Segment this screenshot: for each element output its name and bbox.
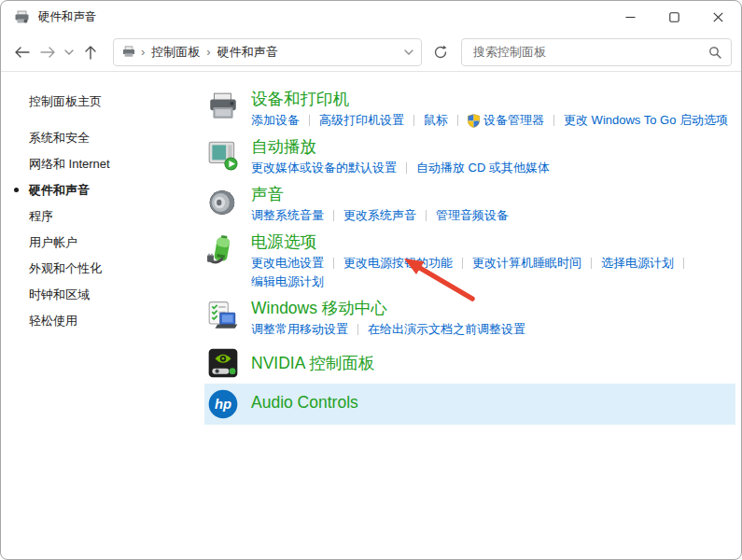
section-autoplay: 自动播放 更改媒体或设备的默认设置 自动播放 CD 或其他媒体 [206, 137, 735, 176]
link-change-system-sounds[interactable]: 更改系统声音 [343, 207, 416, 224]
breadcrumb-hardware-sound[interactable]: 硬件和声音 [214, 42, 282, 63]
power-options-title[interactable]: 电源选项 [251, 232, 693, 252]
minimize-icon [625, 12, 636, 22]
recent-pages-dropdown[interactable] [61, 39, 77, 65]
section-nvidia-control-panel: NVIDIA 控制面板 [206, 346, 735, 380]
nvidia-icon [206, 346, 240, 380]
link-adjust-volume[interactable]: 调整系统音量 [251, 207, 324, 224]
address-dropdown-chevron-icon[interactable] [404, 49, 413, 55]
breadcrumb-separator: › [138, 45, 147, 59]
navigation-bar: › 控制面板 › 硬件和声音 [1, 33, 741, 72]
link-windows-to-go[interactable]: 更改 Windows To Go 启动选项 [564, 112, 728, 129]
link-advanced-printer-settings[interactable]: 高级打印机设置 [319, 112, 404, 129]
link-change-power-button-function[interactable]: 更改电源按钮的功能 [343, 255, 453, 272]
autoplay-icon [206, 138, 240, 172]
hp-logo-icon: hp [206, 387, 240, 421]
link-edit-power-plan[interactable]: 编辑电源计划 [251, 273, 324, 290]
speaker-icon [206, 186, 240, 219]
section-devices-printers: 设备和打印机 添加设备 高级打印机设置 鼠标 [206, 90, 735, 129]
autoplay-title[interactable]: 自动播放 [251, 137, 550, 157]
window-controls [609, 1, 740, 33]
link-manage-audio-devices[interactable]: 管理音频设备 [436, 207, 509, 224]
close-icon [713, 12, 723, 22]
refresh-button[interactable] [427, 39, 454, 65]
sidebar-item-network-internet[interactable]: 网络和 Internet [1, 151, 204, 177]
link-divider [426, 210, 427, 221]
up-arrow-icon [84, 45, 97, 60]
link-add-device[interactable]: 添加设备 [251, 112, 300, 129]
section-power-options: 电源选项 更改电池设置 更改电源按钮的功能 更改计算机睡眠时间 选择电源计划 编… [206, 232, 735, 290]
up-button[interactable] [77, 39, 104, 65]
close-button[interactable] [696, 1, 740, 33]
sidebar-item-system-security[interactable]: 系统和安全 [1, 125, 204, 151]
section-hp-audio-controls[interactable]: hp Audio Controls [204, 384, 735, 425]
titlebar: 硬件和声音 [1, 1, 741, 33]
sidebar-item-ease-of-access[interactable]: 轻松使用 [1, 308, 204, 334]
link-device-manager[interactable]: 设备管理器 [468, 112, 544, 129]
mobility-center-icon [206, 300, 240, 333]
devices-printers-title[interactable]: 设备和打印机 [251, 90, 728, 109]
chevron-down-icon [64, 49, 74, 55]
forward-arrow-icon [40, 46, 56, 59]
nvidia-control-panel-title[interactable]: NVIDIA 控制面板 [251, 354, 374, 373]
link-presentation-settings[interactable]: 在给出演示文档之前调整设置 [368, 321, 525, 338]
content-area: 控制面板主页 系统和安全 网络和 Internet 硬件和声音 程序 用户帐户 … [1, 72, 741, 560]
search-box[interactable] [461, 38, 732, 66]
breadcrumb-control-panel[interactable]: 控制面板 [147, 42, 203, 63]
link-divider [406, 162, 407, 174]
minimize-button[interactable] [609, 1, 652, 33]
maximize-icon [669, 12, 679, 22]
hardware-sound-app-icon [14, 10, 30, 24]
sound-title[interactable]: 声音 [251, 185, 509, 204]
refresh-icon [433, 45, 448, 60]
sidebar: 控制面板主页 系统和安全 网络和 Internet 硬件和声音 程序 用户帐户 … [1, 72, 204, 560]
link-change-media-defaults[interactable]: 更改媒体或设备的默认设置 [251, 160, 397, 176]
printer-icon [206, 91, 240, 124]
back-button[interactable] [8, 39, 35, 65]
sidebar-item-clock-region[interactable]: 时钟和区域 [1, 282, 204, 308]
breadcrumb-location-icon [121, 46, 136, 58]
search-icon[interactable] [708, 46, 721, 59]
mobility-center-title[interactable]: Windows 移动中心 [251, 299, 525, 318]
link-divider [333, 258, 334, 269]
link-mouse[interactable]: 鼠标 [424, 112, 448, 129]
hp-audio-controls-title[interactable]: Audio Controls [251, 393, 358, 413]
link-divider [457, 115, 458, 126]
back-arrow-icon [14, 46, 30, 59]
link-divider [591, 258, 592, 269]
window-title: 硬件和声音 [38, 9, 97, 25]
link-autoplay-cd[interactable]: 自动播放 CD 或其他媒体 [416, 160, 550, 176]
battery-power-icon [206, 233, 240, 267]
control-panel-window: 硬件和声音 [0, 0, 742, 560]
sidebar-item-hardware-sound[interactable]: 硬件和声音 [1, 177, 204, 203]
breadcrumb-separator: › [203, 45, 213, 59]
link-divider [553, 115, 554, 126]
link-divider [462, 258, 463, 269]
link-change-sleep-time[interactable]: 更改计算机睡眠时间 [472, 255, 581, 272]
link-adjust-mobility-settings[interactable]: 调整常用移动设置 [251, 321, 348, 338]
maximize-button[interactable] [652, 1, 696, 33]
search-input[interactable] [471, 44, 708, 60]
link-divider [357, 324, 358, 335]
uac-shield-icon [468, 114, 480, 128]
svg-text:hp: hp [215, 397, 231, 412]
link-device-manager-label: 设备管理器 [483, 112, 544, 129]
link-divider [413, 115, 414, 126]
link-divider [309, 115, 310, 126]
link-divider [333, 210, 334, 221]
main-panel: 设备和打印机 添加设备 高级打印机设置 鼠标 [204, 72, 741, 560]
sidebar-item-user-accounts[interactable]: 用户帐户 [1, 230, 204, 256]
section-sound: 声音 调整系统音量 更改系统声音 管理音频设备 [206, 185, 735, 224]
link-divider [683, 258, 684, 269]
address-bar[interactable]: › 控制面板 › 硬件和声音 [113, 38, 422, 66]
sidebar-item-programs[interactable]: 程序 [1, 203, 204, 230]
forward-button[interactable] [35, 39, 61, 65]
link-choose-power-plan[interactable]: 选择电源计划 [601, 255, 674, 272]
sidebar-item-control-panel-home[interactable]: 控制面板主页 [1, 89, 204, 115]
section-mobility-center: Windows 移动中心 调整常用移动设置 在给出演示文档之前调整设置 [206, 299, 735, 338]
link-change-battery-settings[interactable]: 更改电池设置 [251, 255, 324, 272]
sidebar-item-appearance-personalization[interactable]: 外观和个性化 [1, 256, 204, 282]
